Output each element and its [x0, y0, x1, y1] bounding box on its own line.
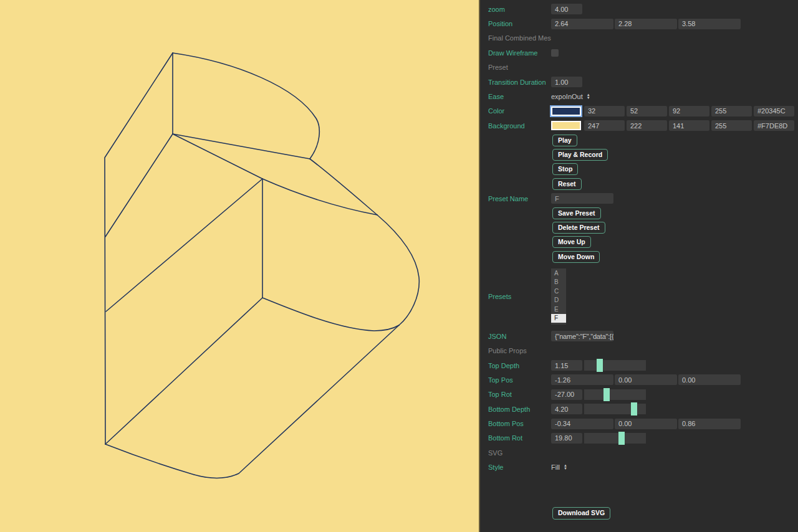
preset-header: Preset: [480, 64, 551, 71]
row-save-preset: Save Preset: [480, 206, 798, 220]
section-public-props: Public Props: [480, 343, 798, 358]
transition-duration-label: Transition Duration: [480, 78, 551, 86]
row-transition-duration: Transition Duration: [480, 75, 798, 89]
row-play-record: Play & Record: [480, 148, 798, 162]
render-canvas[interactable]: [0, 0, 479, 532]
row-download-svg: Download SVG: [480, 506, 798, 520]
background-swatch[interactable]: [551, 121, 581, 130]
color-b-input[interactable]: [669, 106, 709, 116]
preset-item-f[interactable]: F: [551, 314, 566, 323]
row-draw-wireframe: Draw Wireframe: [480, 45, 798, 60]
draw-wireframe-label: Draw Wireframe: [480, 49, 551, 57]
top-pos-y-input[interactable]: [615, 374, 677, 385]
color-swatch[interactable]: [551, 107, 581, 116]
updown-arrows-icon: ▲▼: [564, 464, 567, 470]
row-stop: Stop: [480, 162, 798, 176]
top-depth-input[interactable]: [551, 360, 582, 371]
updown-arrows-icon: ▲▼: [587, 93, 590, 100]
control-panel: zoom Position Final Combined Mesh Draw W…: [479, 0, 798, 532]
bottom-depth-slider-thumb[interactable]: [631, 402, 637, 416]
preset-item-b[interactable]: B: [551, 278, 566, 287]
row-background: Background: [480, 118, 798, 133]
color-a-input[interactable]: [711, 106, 752, 116]
bottom-pos-z-input[interactable]: [678, 419, 741, 429]
top-depth-slider-thumb[interactable]: [597, 359, 603, 372]
style-selected-value: Fill: [551, 463, 560, 471]
background-label: Background: [480, 122, 551, 130]
final-combined-mesh-header: Final Combined Mesh: [480, 34, 551, 42]
play-button[interactable]: Play: [552, 135, 577, 146]
preset-item-c[interactable]: C: [551, 287, 566, 296]
position-y-input[interactable]: [615, 19, 677, 29]
preset-name-input[interactable]: [551, 193, 613, 204]
play-record-button[interactable]: Play & Record: [552, 149, 608, 161]
stop-button[interactable]: Stop: [552, 163, 578, 175]
download-svg-button[interactable]: Download SVG: [552, 507, 610, 520]
color-g-input[interactable]: [627, 106, 667, 116]
svg-header: SVG: [480, 449, 551, 457]
background-g-input[interactable]: [627, 120, 667, 131]
row-ease: Ease expoInOut ▲▼: [480, 89, 798, 103]
presets-listbox[interactable]: ABCDEFAB: [551, 268, 566, 325]
row-top-pos: Top Pos: [480, 373, 798, 387]
save-preset-button[interactable]: Save Preset: [552, 207, 601, 219]
bottom-depth-slider[interactable]: [584, 404, 646, 414]
row-delete-preset: Delete Preset: [480, 221, 798, 235]
row-bottom-depth: Bottom Depth: [480, 402, 798, 416]
draw-wireframe-checkbox[interactable]: [551, 49, 559, 57]
bottom-depth-label: Bottom Depth: [480, 406, 551, 413]
row-position: Position: [480, 16, 798, 31]
top-pos-z-input[interactable]: [678, 374, 741, 385]
background-hex-input[interactable]: [754, 120, 794, 131]
section-preset: Preset: [480, 60, 798, 75]
background-r-input[interactable]: [584, 120, 625, 131]
top-depth-label: Top Depth: [480, 362, 551, 369]
background-b-input[interactable]: [669, 120, 709, 131]
top-rot-slider-thumb[interactable]: [603, 388, 610, 401]
top-rot-label: Top Rot: [480, 391, 551, 398]
bottom-rot-slider[interactable]: [584, 433, 646, 444]
row-move-up: Move Up: [480, 235, 798, 249]
reset-button[interactable]: Reset: [552, 178, 582, 190]
top-rot-slider[interactable]: [584, 389, 646, 400]
zoom-input[interactable]: [551, 4, 582, 14]
preset-item-d[interactable]: D: [551, 296, 566, 305]
move-down-button[interactable]: Move Down: [552, 251, 600, 263]
background-a-input[interactable]: [711, 120, 752, 131]
bottom-pos-x-input[interactable]: [551, 419, 613, 429]
bottom-rot-label: Bottom Rot: [480, 434, 551, 442]
move-up-button[interactable]: Move Up: [552, 236, 591, 248]
preset-name-label: Preset Name: [480, 195, 551, 202]
ease-select[interactable]: expoInOut ▲▼: [551, 93, 590, 100]
delete-preset-button[interactable]: Delete Preset: [552, 222, 605, 234]
section-svg: SVG: [480, 445, 798, 460]
row-reset: Reset: [480, 177, 798, 191]
position-x-input[interactable]: [551, 19, 613, 29]
bottom-rot-input[interactable]: [551, 433, 582, 444]
row-bottom-rot: Bottom Rot: [480, 431, 798, 445]
row-preset-name: Preset Name: [480, 191, 798, 206]
style-select[interactable]: Fill ▲▼: [551, 463, 567, 471]
top-rot-input[interactable]: [551, 389, 582, 400]
bottom-depth-input[interactable]: [551, 404, 582, 414]
bottom-rot-slider-thumb[interactable]: [618, 432, 625, 445]
zoom-label: zoom: [480, 6, 551, 13]
json-label: JSON: [480, 333, 551, 340]
row-move-down: Move Down: [480, 250, 798, 264]
preset-item-a[interactable]: A: [551, 268, 566, 278]
top-pos-x-input[interactable]: [551, 374, 613, 385]
color-label: Color: [480, 107, 551, 115]
preset-item-ab[interactable]: AB: [551, 323, 566, 325]
app-root: zoom Position Final Combined Mesh Draw W…: [0, 0, 798, 532]
bottom-pos-y-input[interactable]: [615, 419, 677, 429]
preset-item-e[interactable]: E: [551, 305, 566, 314]
position-z-input[interactable]: [678, 19, 741, 29]
section-final-combined-mesh: Final Combined Mesh: [480, 31, 798, 45]
json-input[interactable]: [551, 331, 613, 341]
top-depth-slider[interactable]: [584, 360, 646, 371]
color-hex-input[interactable]: [754, 106, 794, 116]
row-zoom: zoom: [480, 2, 798, 16]
position-label: Position: [480, 20, 551, 27]
color-r-input[interactable]: [584, 106, 625, 116]
transition-duration-input[interactable]: [551, 77, 582, 87]
